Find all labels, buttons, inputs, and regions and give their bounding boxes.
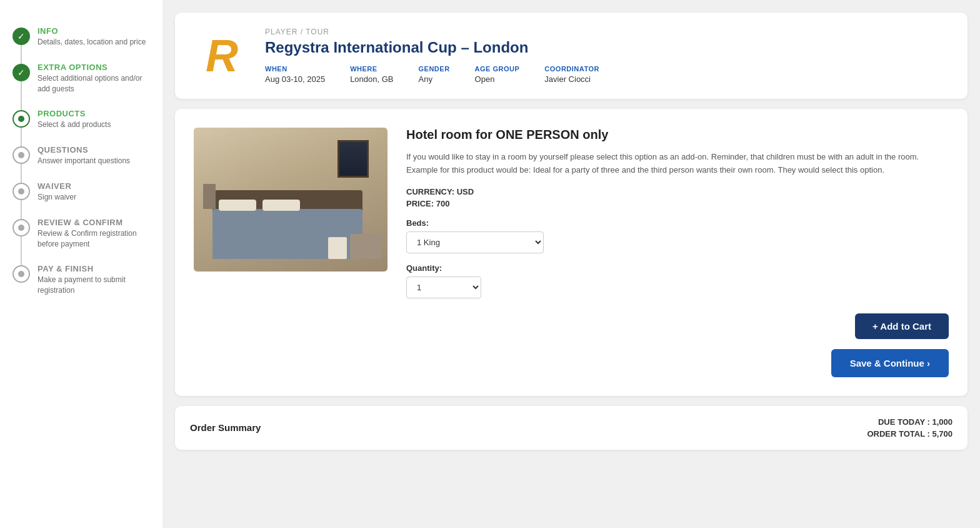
when-label: WHEN — [265, 65, 325, 73]
order-total: ORDER TOTAL : 5,700 — [867, 429, 952, 439]
main-content: R PLAYER / TOUR Regystra International C… — [162, 0, 980, 528]
sidebar-step-info[interactable]: ✓ INFO Details, dates, location and pric… — [12, 19, 150, 55]
check-icon: ✓ — [18, 31, 25, 41]
due-today: DUE TODAY : 1,000 — [878, 417, 952, 427]
product-card: Hotel room for ONE PERSON only If you wo… — [175, 109, 968, 396]
step-title-waiver: WAIVER — [38, 181, 76, 191]
step-content-pay-finish: PAY & FINISH Make a payment to submit re… — [38, 264, 150, 296]
meta-where: WHERE London, GB — [350, 65, 393, 84]
step-title-review-confirm: REVIEW & CONFIRM — [38, 218, 150, 227]
step-circle-pay-finish — [12, 265, 30, 283]
bed-pillow-right — [262, 200, 300, 211]
step-desc-pay-finish: Make a payment to submit registration — [38, 275, 150, 296]
active-dot-icon — [18, 116, 24, 122]
step-title-pay-finish: PAY & FINISH — [38, 264, 150, 273]
sidebar-step-products[interactable]: PRODUCTS Select & add products — [12, 101, 150, 138]
tournament-logo: R — [194, 28, 250, 84]
step-circle-waiver — [12, 183, 30, 200]
inactive-dot-icon — [18, 271, 24, 277]
order-total-label: ORDER TOTAL : — [867, 429, 929, 439]
step-circle-review-confirm — [12, 219, 30, 236]
save-continue-row: Save & Continue › — [194, 349, 949, 377]
order-summary-card: Order Summary DUE TODAY : 1,000 ORDER TO… — [175, 406, 968, 450]
save-continue-button[interactable]: Save & Continue › — [831, 349, 949, 377]
sidebar: ✓ INFO Details, dates, location and pric… — [0, 0, 162, 528]
add-to-cart-row: + Add to Cart — [194, 313, 949, 339]
product-title: Hotel room for ONE PERSON only — [406, 128, 949, 142]
inactive-dot-icon — [18, 188, 24, 195]
player-tour-breadcrumb: PLAYER / TOUR — [265, 28, 949, 36]
beds-label: Beds: — [406, 218, 949, 228]
step-title-products: PRODUCTS — [38, 109, 111, 118]
step-title-questions: QUESTIONS — [38, 145, 130, 155]
step-content-waiver: WAIVER Sign waiver — [38, 181, 76, 203]
beds-select[interactable]: 1 King2 Queens2 Twins — [406, 231, 544, 253]
sidebar-step-pay-finish[interactable]: PAY & FINISH Make a payment to submit re… — [12, 256, 150, 303]
step-desc-products: Select & add products — [38, 119, 111, 130]
check-icon: ✓ — [18, 68, 25, 78]
step-content-products: PRODUCTS Select & add products — [38, 109, 111, 130]
sidebar-step-extra-options[interactable]: ✓ EXTRA OPTIONS Select additional option… — [12, 55, 150, 102]
meta-gender: GENDER Any — [419, 65, 450, 84]
meta-coordinator: COORDINATOR Javier Ciocci — [544, 65, 599, 84]
sidebar-step-review-confirm[interactable]: REVIEW & CONFIRM Review & Confirm regist… — [12, 210, 150, 257]
lamp-visual — [203, 184, 216, 209]
step-title-extra-options: EXTRA OPTIONS — [38, 63, 150, 72]
order-total-value: 5,700 — [932, 429, 952, 439]
step-desc-waiver: Sign waiver — [38, 192, 76, 203]
order-summary-title: Order Summary — [190, 422, 261, 433]
quantity-label: Quantity: — [406, 263, 949, 273]
where-value: London, GB — [350, 74, 393, 84]
add-to-cart-button[interactable]: + Add to Cart — [855, 313, 949, 339]
inactive-dot-icon — [18, 152, 24, 158]
product-price: PRICE: 700 — [406, 199, 949, 208]
step-circle-info: ✓ — [12, 28, 30, 45]
chair-visual — [328, 237, 347, 259]
when-value: Aug 03-10, 2025 — [265, 74, 325, 84]
tournament-card: R PLAYER / TOUR Regystra International C… — [175, 13, 968, 99]
tournament-info: PLAYER / TOUR Regystra International Cup… — [265, 28, 949, 84]
product-currency: CURRENCY: USD — [406, 187, 949, 196]
due-today-value: 1,000 — [932, 417, 952, 427]
logo-icon: R — [206, 33, 238, 78]
step-desc-questions: Answer important questions — [38, 156, 130, 166]
step-title-info: INFO — [38, 26, 146, 36]
step-content-info: INFO Details, dates, location and price — [38, 26, 146, 48]
where-label: WHERE — [350, 65, 393, 73]
step-circle-extra-options: ✓ — [12, 64, 30, 81]
step-desc-info: Details, dates, location and price — [38, 37, 146, 48]
step-content-questions: QUESTIONS Answer important questions — [38, 145, 130, 166]
room-window — [338, 140, 369, 178]
step-circle-questions — [12, 146, 30, 164]
order-amounts: DUE TODAY : 1,000 ORDER TOTAL : 5,700 — [867, 417, 952, 439]
desk-visual — [350, 234, 381, 259]
age-group-label: AGE GROUP — [475, 65, 520, 73]
gender-label: GENDER — [419, 65, 450, 73]
sidebar-step-waiver[interactable]: WAIVER Sign waiver — [12, 174, 150, 210]
hotel-room-visual — [194, 128, 388, 272]
meta-age-group: AGE GROUP Open — [475, 65, 520, 84]
product-inner: Hotel room for ONE PERSON only If you wo… — [194, 128, 949, 298]
coordinator-label: COORDINATOR — [544, 65, 599, 73]
step-content-extra-options: EXTRA OPTIONS Select additional options … — [38, 63, 150, 94]
age-group-value: Open — [475, 74, 520, 84]
coordinator-value: Javier Ciocci — [544, 74, 599, 84]
sidebar-step-questions[interactable]: QUESTIONS Answer important questions — [12, 138, 150, 174]
due-today-label: DUE TODAY : — [878, 417, 930, 427]
step-desc-review-confirm: Review & Confirm registration before pay… — [38, 228, 150, 250]
gender-value: Any — [419, 74, 450, 84]
step-content-review-confirm: REVIEW & CONFIRM Review & Confirm regist… — [38, 218, 150, 250]
step-circle-products — [12, 110, 30, 128]
product-details: Hotel room for ONE PERSON only If you wo… — [406, 128, 949, 298]
meta-when: WHEN Aug 03-10, 2025 — [265, 65, 325, 84]
tournament-meta: WHEN Aug 03-10, 2025 WHERE London, GB GE… — [265, 65, 949, 84]
product-description: If you would like to stay in a room by y… — [406, 151, 949, 177]
product-image — [194, 128, 388, 272]
step-desc-extra-options: Select additional options and/or add gue… — [38, 73, 150, 94]
quantity-select[interactable]: 12345 — [406, 277, 481, 298]
tournament-title: Regystra International Cup – London — [265, 39, 949, 56]
bed-pillow-left — [219, 200, 256, 211]
inactive-dot-icon — [18, 225, 24, 231]
